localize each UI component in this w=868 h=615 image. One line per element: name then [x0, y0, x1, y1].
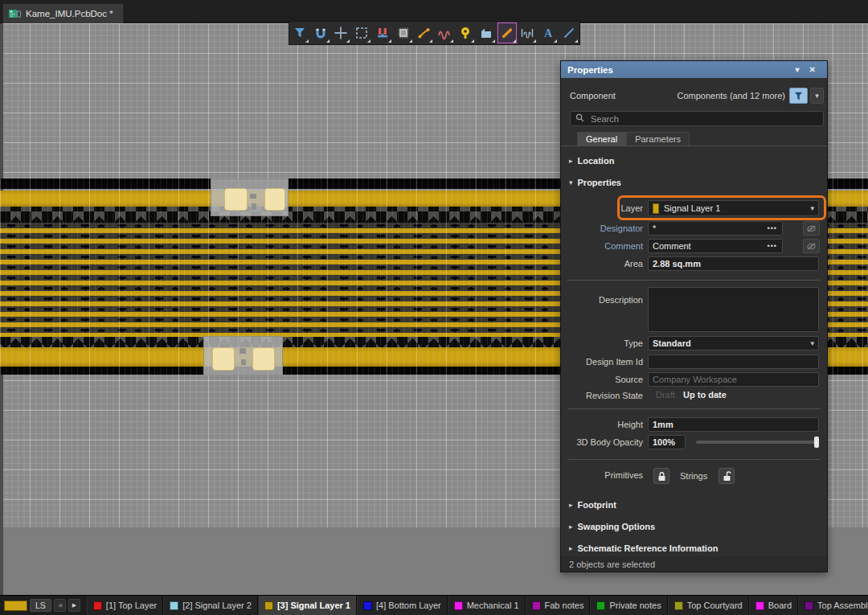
- scroll-layers-right-button[interactable]: ▶: [68, 599, 80, 612]
- scope-filter-button[interactable]: [789, 88, 808, 104]
- component-footprint-1[interactable]: [211, 178, 289, 216]
- area-input[interactable]: [648, 256, 819, 271]
- panel-status: 2 objects are selected: [561, 556, 827, 572]
- layer-tab-top-courtyard[interactable]: Top Courtyard: [668, 596, 749, 615]
- pad-stack-tool-button[interactable]: [372, 22, 393, 44]
- eye-slash-icon: [806, 224, 817, 233]
- via-tool-button[interactable]: [455, 22, 476, 44]
- comment-field[interactable]: •••: [648, 239, 783, 253]
- description-textarea[interactable]: [648, 287, 819, 332]
- lock-open-icon: [723, 471, 731, 482]
- silkscreen-mark: [250, 194, 256, 199]
- component-pad: [212, 347, 235, 371]
- layer-tab-private-notes[interactable]: Private notes: [590, 596, 667, 615]
- layer-tab-bar: LS ◀ ▶ [1] Top Layer[2] Signal Layer 2[3…: [0, 595, 868, 615]
- section-footprint[interactable]: ▸ Footprint: [569, 500, 616, 510]
- layer-tab-mechanical-1[interactable]: Mechanical 1: [448, 596, 526, 615]
- section-collapsed-icon: ▸: [569, 523, 573, 531]
- layer-tab-3-signal-layer-1[interactable]: [3] Signal Layer 1: [258, 596, 357, 615]
- comment-input[interactable]: [649, 241, 763, 251]
- track-tool-button[interactable]: [497, 22, 518, 44]
- scope-dropdown-button[interactable]: ▾: [810, 88, 824, 104]
- magnet-snap-icon: [313, 26, 328, 40]
- document-tab[interactable]: Kame_IMU.PcbDoc *: [2, 3, 124, 23]
- chevron-down-icon: ▾: [810, 204, 814, 212]
- interactive-route-icon: [417, 26, 432, 40]
- tab-parameters[interactable]: Parameters: [626, 132, 690, 146]
- component-pad: [224, 188, 248, 211]
- component-tool-button[interactable]: [393, 22, 414, 44]
- strings-label: Strings: [680, 468, 707, 484]
- tab-general[interactable]: General: [577, 132, 626, 146]
- layer-tab-fab-notes[interactable]: Fab notes: [526, 596, 591, 615]
- type-select[interactable]: Standard ▾: [648, 336, 819, 351]
- section-location[interactable]: ▸ Location: [569, 156, 614, 166]
- magnet-snap-tool-button[interactable]: [310, 22, 331, 44]
- interactive-route-tool-button[interactable]: [414, 22, 435, 44]
- layer-tab-4-bottom-layer[interactable]: [4] Bottom Layer: [357, 596, 448, 615]
- layer-select[interactable]: Signal Layer 1 ▾: [648, 200, 819, 216]
- layer-tab-label: [2] Signal Layer 2: [182, 601, 252, 610]
- selection-scope-label: Components (and 12 more): [677, 87, 785, 105]
- search-box[interactable]: [570, 111, 824, 126]
- comment-visibility-button[interactable]: [803, 239, 820, 253]
- layer-tab-board[interactable]: Board: [749, 596, 798, 615]
- layer-color-swatch: [363, 601, 372, 610]
- dimension-icon: [520, 26, 534, 40]
- line-tool-button[interactable]: [559, 22, 579, 44]
- layer-color-swatch: [264, 601, 273, 610]
- opacity-slider-thumb[interactable]: [814, 437, 819, 448]
- type-select-value: Standard: [653, 338, 691, 348]
- revision-state-label: Revision State: [561, 388, 643, 403]
- primitives-lock-button[interactable]: [653, 468, 669, 484]
- designator-input[interactable]: [649, 223, 763, 233]
- active-bar-toolbar: A: [289, 21, 580, 45]
- strings-lock-button[interactable]: [719, 468, 735, 484]
- component-pad: [252, 347, 275, 371]
- component-footprint-2[interactable]: [203, 336, 283, 375]
- layer-color-swatch: [532, 601, 541, 610]
- designator-field[interactable]: •••: [648, 221, 783, 236]
- document-tabbar: Kame_IMU.PcbDoc *: [0, 0, 868, 23]
- section-properties[interactable]: ▾ Properties: [569, 178, 621, 187]
- layer-tab-label: Board: [768, 601, 792, 610]
- search-input[interactable]: [589, 113, 818, 125]
- move-crosshair-tool-button[interactable]: [331, 22, 352, 44]
- layer-sets-button[interactable]: LS: [30, 599, 51, 612]
- search-icon: [575, 113, 584, 124]
- section-expanded-icon: ▾: [569, 178, 573, 187]
- layer-tab-2-signal-layer-2[interactable]: [2] Signal Layer 2: [163, 596, 258, 615]
- designator-label: Designator: [561, 221, 643, 236]
- section-collapsed-icon: ▸: [569, 544, 573, 552]
- scroll-layers-left-button[interactable]: ◀: [54, 599, 66, 612]
- designator-visibility-button[interactable]: [803, 221, 820, 236]
- document-tab-label: Kame_IMU.PcbDoc *: [26, 9, 113, 18]
- section-schematic-reference[interactable]: ▸ Schematic Reference Information: [569, 543, 718, 553]
- layer-color-swatch: [674, 601, 683, 610]
- dimension-tool-button[interactable]: [518, 22, 538, 44]
- layer-tab-1-top-layer[interactable]: [1] Top Layer: [87, 596, 163, 615]
- comment-more-icon[interactable]: •••: [763, 242, 782, 250]
- line-icon: [562, 26, 576, 40]
- opacity-label: 3D Body Opacity: [561, 435, 643, 449]
- layer-tab-label: Mechanical 1: [467, 601, 519, 610]
- layer-tab-top-assembly[interactable]: Top Assembly: [798, 596, 868, 615]
- opacity-slider[interactable]: [696, 441, 819, 444]
- section-swapping-options[interactable]: ▸ Swapping Options: [569, 522, 655, 531]
- polygon-pour-tool-button[interactable]: [476, 22, 497, 44]
- string-text-tool-button[interactable]: A: [538, 22, 559, 44]
- source-input[interactable]: [648, 372, 819, 387]
- filter-tool-button[interactable]: [289, 22, 310, 44]
- silkscreen-mark: [241, 359, 246, 365]
- panel-collapse-icon[interactable]: ▾: [791, 65, 805, 74]
- revision-state-value: Up to date: [683, 388, 727, 401]
- object-type-label: Component: [570, 87, 616, 105]
- comment-label: Comment: [561, 239, 643, 253]
- differential-pair-tool-button[interactable]: [434, 22, 455, 44]
- design-item-id-input[interactable]: [648, 355, 819, 369]
- height-input[interactable]: [648, 417, 819, 432]
- panel-close-icon[interactable]: ✕: [805, 65, 821, 74]
- designator-more-icon[interactable]: •••: [763, 224, 782, 232]
- area-select-tool-button[interactable]: [351, 22, 372, 44]
- opacity-input[interactable]: [648, 435, 686, 449]
